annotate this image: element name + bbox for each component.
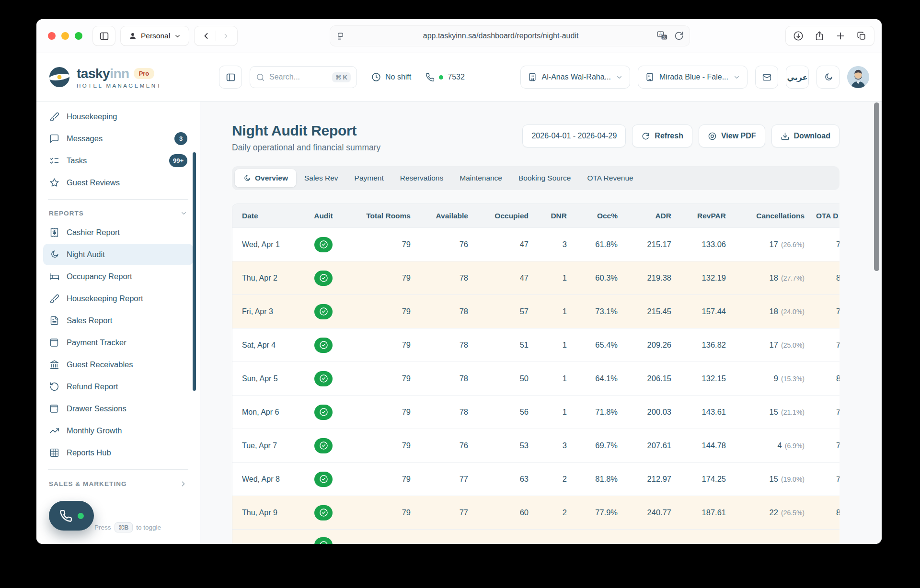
cell-revpar: 132.19 [681, 273, 736, 283]
cell-date: Thu, Apr 9 [232, 509, 304, 517]
cell-revpar: 157.44 [681, 307, 736, 316]
sidebar-item-drawer-sessions[interactable]: Drawer Sessions [43, 398, 193, 419]
page-scrollbar[interactable] [874, 102, 879, 271]
dark-mode-button[interactable] [816, 66, 840, 89]
sidebar-item-sales-report[interactable]: Sales Report [43, 310, 193, 331]
tab-ota-revenue[interactable]: OTA Revenue [579, 169, 641, 187]
cell-adr: 200.03 [627, 407, 681, 417]
tab-maintenance[interactable]: Maintenance [451, 169, 510, 187]
table-row-wed-apr-8[interactable]: Wed, Apr 8797763281.8%212.97174.2515(19.… [232, 462, 840, 496]
cell-occ_pct: 81.8% [576, 475, 627, 484]
sidebar-item-guest-receivables[interactable]: Guest Receivables [43, 354, 193, 375]
table-row-wed-apr-1[interactable]: Wed, Apr 1797647361.8%215.17133.0617(26.… [232, 227, 840, 261]
date-range-button[interactable]: 2026-04-01 - 2026-04-29 [522, 124, 626, 147]
search-input[interactable]: Search... ⌘ K [250, 66, 357, 88]
chevron-down-icon [733, 74, 740, 81]
browser-sidebar-toggle-button[interactable] [93, 26, 115, 45]
paintbrush-icon [49, 294, 59, 304]
shift-status[interactable]: No shift [371, 72, 411, 82]
sidebar-item-cashier-report[interactable]: Cashier Report [43, 222, 193, 243]
share-button[interactable] [809, 26, 830, 45]
sidebar-item-housekeeping-report[interactable]: Housekeeping Report [43, 288, 193, 309]
moon-icon [243, 174, 251, 182]
cell-avail: 77 [420, 475, 478, 484]
sidebar-item-payment-tracker[interactable]: Payment Tracker [43, 332, 193, 353]
table-header-row: DateAuditTotal RoomsAvailableOccupiedDNR… [232, 204, 840, 227]
sidebar-item-messages[interactable]: Messages3 [43, 128, 193, 149]
table-row-sat-apr-4[interactable]: Sat, Apr 4797851165.4%209.26136.8217(25.… [232, 328, 840, 362]
cell-occ: 60 [478, 508, 538, 517]
messages-button[interactable] [755, 66, 778, 89]
tab-payment[interactable]: Payment [346, 169, 392, 187]
table-row-thu-apr-9[interactable]: Thu, Apr 9797760277.9%240.77187.6122(26.… [232, 496, 840, 529]
cell-occ [478, 530, 538, 537]
sidebar-item-monthly-growth[interactable]: Monthly Growth [43, 420, 193, 441]
browser-nav-buttons [195, 26, 237, 45]
sidebar-item-reports-hub[interactable]: Reports Hub [43, 442, 193, 464]
avatar-image [847, 66, 869, 88]
person-icon [128, 32, 137, 40]
new-tab-button[interactable] [830, 26, 851, 45]
cell-dnr: 1 [538, 374, 576, 383]
cell-audit [304, 371, 343, 386]
download-button[interactable]: Download [771, 124, 840, 147]
back-button[interactable] [196, 26, 216, 45]
tab-reservations[interactable]: Reservations [392, 169, 451, 187]
page-subtitle: Daily operational and financial summary [232, 143, 380, 153]
table-row-tue-apr-7[interactable]: Tue, Apr 7797653369.7%207.61144.784(6.9%… [232, 429, 840, 462]
browser-profile-button[interactable]: Personal [121, 26, 189, 45]
translate-icon[interactable]: A文 [657, 31, 668, 41]
checklist-icon [49, 156, 59, 166]
downloads-button[interactable] [788, 26, 809, 45]
column-header-occ: Occ% [576, 212, 627, 220]
address-bar[interactable]: app.taskyinn.sa/dashboard/reports/night-… [330, 26, 690, 46]
chevron-down-icon [180, 210, 187, 217]
table-row-fri-apr-3[interactable]: Fri, Apr 3797857173.1%215.45157.4418(24.… [232, 294, 840, 328]
user-avatar[interactable] [847, 66, 869, 88]
cell-date: Wed, Apr 8 [232, 475, 304, 484]
table-row-mon-apr-6[interactable]: Mon, Apr 6797856171.8%200.03143.6115(21.… [232, 395, 840, 429]
zoom-window-button[interactable] [75, 32, 82, 40]
sidebar-item-night-audit[interactable]: Night Audit [43, 244, 193, 265]
sidebar-item-guest-reviews[interactable]: Guest Reviews [43, 172, 193, 193]
section-reports[interactable]: REPORTS [36, 205, 200, 221]
minimize-window-button[interactable] [61, 32, 69, 40]
cell-adr: 219.38 [627, 273, 681, 283]
language-toggle-button[interactable]: عربي [786, 66, 809, 89]
sidebar-collapse-button[interactable] [219, 66, 242, 89]
phone-call-fab[interactable] [49, 501, 94, 531]
tab-overview-button[interactable] [851, 26, 872, 45]
sidebar-scrollbar[interactable] [193, 152, 196, 391]
property-selector[interactable]: Mirada Blue - Fale... [638, 66, 748, 89]
tab-booking-source[interactable]: Booking Source [510, 169, 579, 187]
section-sales-marketing[interactable]: SALES & MARKETING [36, 475, 200, 492]
view-pdf-button[interactable]: View PDF [699, 124, 765, 147]
cell-canc: 15(21.1%) [736, 407, 814, 417]
reload-icon[interactable] [674, 31, 684, 41]
cell-dnr: 2 [538, 508, 576, 517]
table-row-sun-apr-5[interactable]: Sun, Apr 5797850164.1%206.15132.159(15.3… [232, 362, 840, 395]
table-row-partial[interactable] [232, 529, 840, 544]
sidebar-item-occupancy-report[interactable]: Occupancy Report [43, 266, 193, 287]
sidebar-item-label: Cashier Report [67, 228, 120, 237]
sidebar-item-housekeeping[interactable]: Housekeeping [43, 106, 193, 127]
close-window-button[interactable] [48, 32, 56, 40]
tab-sales-rev[interactable]: Sales Rev [296, 169, 346, 187]
audit-verified-badge [314, 405, 333, 420]
sidebar-item-refund-report[interactable]: Refund Report [43, 376, 193, 397]
sidebar-item-label: Housekeeping Report [67, 294, 143, 303]
cell-total: 79 [343, 441, 420, 450]
chat-icon [49, 134, 59, 144]
browser-window: Personal app.taskyinn.sa/dashboard/repor… [36, 19, 882, 544]
forward-button[interactable] [216, 26, 235, 45]
table-row-thu-apr-2[interactable]: Thu, Apr 2797847160.3%219.38132.1918(27.… [232, 261, 840, 294]
sidebar-item-tasks[interactable]: Tasks99+ [43, 150, 193, 171]
cell-ota: 8 [814, 273, 840, 283]
cell-adr: 215.17 [627, 240, 681, 249]
panel-left-icon [226, 72, 236, 82]
tab-overview[interactable]: Overview [235, 169, 296, 187]
cell-date: Wed, Apr 1 [232, 240, 304, 249]
company-selector[interactable]: Al-Anas Wal-Raha... [520, 66, 630, 89]
phone-extension[interactable]: 7532 [426, 73, 465, 82]
refresh-button[interactable]: Refresh [632, 124, 692, 147]
